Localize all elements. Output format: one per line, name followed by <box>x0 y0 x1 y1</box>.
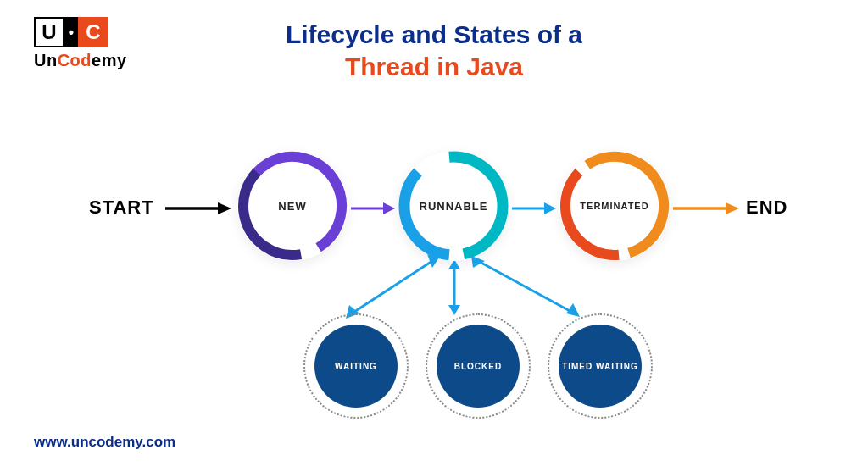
start-label: START <box>89 197 154 219</box>
arrow-runnable-blocked <box>444 261 465 315</box>
arrow-terminated-to-end <box>673 200 741 217</box>
logo-text-un: Un <box>34 51 58 69</box>
state-blocked-label: BLOCKED <box>454 362 502 371</box>
lifecycle-diagram: START END NEW RUNNABLE TERM <box>0 136 868 424</box>
state-terminated-label: TERMINATED <box>580 201 648 211</box>
svg-marker-19 <box>448 305 460 315</box>
svg-marker-15 <box>427 254 439 268</box>
svg-marker-13 <box>726 202 739 214</box>
logo-u: U <box>34 17 64 47</box>
logo-dot: • <box>64 17 78 47</box>
title-line-2: Thread in Java <box>0 53 868 81</box>
logo-text: UnCodemy <box>34 51 127 70</box>
state-new-label: NEW <box>278 200 306 213</box>
state-blocked: BLOCKED <box>437 325 520 408</box>
state-waiting-label: WAITING <box>335 362 377 371</box>
svg-line-20 <box>478 261 571 312</box>
website-url: www.uncodemy.com <box>34 434 175 451</box>
state-new: NEW <box>237 151 348 261</box>
logo-c: C <box>78 17 108 47</box>
arrow-start-to-new <box>165 200 233 217</box>
title-line-1: Lifecycle and States of a <box>0 20 868 49</box>
arrow-runnable-to-terminated <box>512 200 558 217</box>
logo-icon: U • C <box>34 17 127 47</box>
state-waiting: WAITING <box>314 325 398 408</box>
logo: U • C UnCodemy <box>34 17 127 70</box>
svg-marker-5 <box>383 202 395 214</box>
svg-line-14 <box>354 261 432 312</box>
page-title: Lifecycle and States of a Thread in Java <box>0 0 868 81</box>
state-timed-waiting-label: TIMED WAITING <box>562 361 638 372</box>
end-label: END <box>746 197 787 219</box>
svg-marker-18 <box>448 261 460 269</box>
svg-marker-1 <box>218 202 231 214</box>
state-terminated: TERMINATED <box>559 151 670 261</box>
svg-marker-9 <box>544 202 556 214</box>
state-runnable: RUNNABLE <box>398 151 509 261</box>
logo-text-emy: emy <box>92 51 127 69</box>
svg-marker-21 <box>471 256 485 268</box>
arrow-runnable-waiting <box>339 254 441 322</box>
arrow-runnable-timed-waiting <box>468 254 587 322</box>
state-timed-waiting: TIMED WAITING <box>559 325 642 408</box>
state-runnable-label: RUNNABLE <box>420 200 488 213</box>
logo-text-cod: Cod <box>58 51 92 69</box>
arrow-new-to-runnable <box>351 200 397 217</box>
